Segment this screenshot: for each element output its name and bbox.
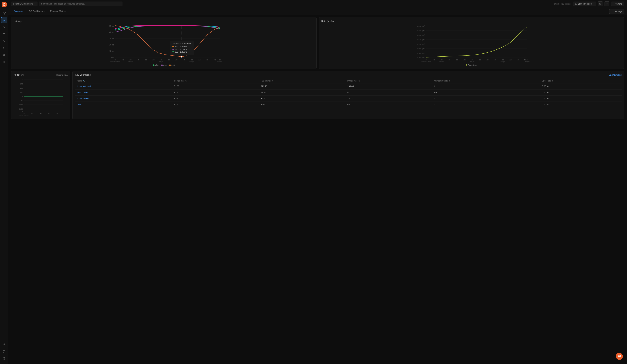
topbar-right: Refreshed 12 sec ago Last 5 minutes [553,1,624,6]
svg-text::30: :30 [114,59,116,61]
svg-text:50 ms: 50 ms [109,25,114,27]
operations-line [426,27,527,57]
calls-sort-icon[interactable]: ⇅ [449,80,450,82]
latency-chart-card: Latency ⋮ [11,17,317,69]
rate-chart-svg: 0.300 ops/s 0.280 ops/s 0.260 ops/s 0.24… [321,24,622,62]
svg-rect-122 [618,355,621,357]
sidebar-icon-integrations[interactable] [1,52,7,58]
tab-db-call-metrics[interactable]: DB Call Metrics [26,8,47,15]
svg-text::45: :45 [183,59,185,61]
svg-text:0.180 ops/s: 0.180 ops/s [417,52,425,54]
svg-text::45: :45 [152,59,155,61]
row-p99-documentLoad: 233.04 [346,83,432,90]
tooltip-dot [181,56,182,57]
svg-text:20 ms: 20 ms [109,44,114,46]
refresh-button[interactable] [598,1,603,6]
row-calls-post: 9 [432,102,540,108]
svg-point-11 [5,27,5,27]
environment-select[interactable]: Select Environment/s [11,1,37,6]
name-search-icon[interactable]: 🔍 [83,80,85,82]
table-row: POST 4.00 5.60 5.92 9 0.00 % [75,102,622,108]
svg-text::45: :45 [122,59,124,61]
apdex-title: Apdex [14,73,20,76]
svg-text::15: :15 [137,59,139,61]
latency-chart-menu[interactable]: ⋮ [312,19,314,23]
p50-sort-icon[interactable]: ⇅ [185,80,187,82]
p99-line [115,26,220,57]
settings-label: Settings [615,10,622,13]
sidebar-icon-traces[interactable] [1,24,7,30]
svg-text:0.240 ops/s: 0.240 ops/s [417,39,425,41]
table-body: documentLoad 51.35 211.20 233.04 4 0.00 … [75,83,622,108]
svg-text::15: :15 [448,59,450,61]
sidebar-icon-topology[interactable] [1,10,7,16]
p99-sort-icon[interactable]: ⇅ [359,80,360,82]
row-name-documentLoad[interactable]: documentLoad [75,83,172,90]
p50-legend-dot [153,64,155,66]
download-button[interactable]: Download [609,74,622,76]
share-button[interactable]: Share [611,1,624,6]
sidebar-icon-metrics[interactable] [1,17,7,23]
row-p95-resourceFetch: 78.64 [259,90,346,96]
table-row: documentLoad 51.35 211.20 233.04 4 0.00 … [75,83,622,90]
svg-text::45: :45 [214,59,216,61]
chat-icon [618,355,621,358]
sidebar-icon-logs[interactable] [1,31,7,37]
apdex-help-icon[interactable]: ? [21,74,24,76]
row-name-post[interactable]: POST [75,102,172,108]
svg-text:12/2/24 1:59pm: 12/2/24 1:59pm [110,61,120,62]
svg-text:0.750: 0.750 [19,100,23,102]
th-error-rate: Error Rate ⇅ [540,78,622,83]
sidebar-icon-workspace[interactable] [1,341,7,348]
svg-text:2:01pm: 2:01pm [159,61,163,62]
rate-legend: Operations [321,64,622,66]
p90-legend-label: p90 [163,64,166,66]
svg-point-17 [4,55,5,56]
top-charts-row: Latency ⋮ [11,17,624,69]
p95-sort-icon[interactable]: ⇅ [272,80,273,82]
svg-text:1.50: 1.50 [20,87,23,89]
svg-text::30: :30 [517,59,519,61]
sidebar-icon-filter[interactable] [1,38,7,44]
table-header: Name 🔍 P50 (in ms) ⇅ P95 (in ms) [75,78,622,83]
svg-point-16 [4,54,5,55]
th-p50: P50 (in ms) ⇅ [172,78,259,83]
svg-text:10 ms: 10 ms [109,50,114,52]
svg-text:2:03pm: 2:03pm [217,61,222,62]
apdex-title-row: Apdex ? [14,73,24,76]
svg-line-18 [4,54,4,55]
sidebar-icon-help[interactable] [1,355,7,362]
svg-text::00: :00 [160,59,162,61]
svg-text::45: :45 [523,59,526,61]
chat-bubble[interactable] [616,353,623,360]
svg-text::30: :30 [425,59,427,61]
svg-text:2:00pm: 2:00pm [439,61,444,62]
search-input[interactable] [39,1,122,6]
key-operations-table: Name 🔍 P50 (in ms) ⇅ P95 (in ms) [75,78,622,108]
bottom-charts-row: Apdex ? Threshold 0.5 [11,71,624,119]
tab-overview[interactable]: Overview [11,8,26,15]
more-options-button[interactable] [605,1,609,6]
main-content: Select Environment/s Refreshed 12 sec ag… [8,0,627,364]
tab-external-metrics[interactable]: External Metrics [47,8,69,15]
download-label: Download [612,74,622,76]
sidebar-icon-chat[interactable] [1,348,7,355]
svg-point-21 [4,344,5,345]
time-range-selector[interactable]: Last 5 minutes [573,1,596,6]
rate-chart-wrapper: 0.300 ops/s 0.280 ops/s 0.260 ops/s 0.24… [321,24,622,63]
p90-legend-dot [161,64,163,66]
apdex-chart-wrapper: 2 1.75 1.50 1.25 1 0.750 0.500 0.250 0 [14,78,68,117]
svg-text::00: :00 [191,59,193,61]
sidebar-icon-alerts[interactable] [1,45,7,51]
error-rate-sort-icon[interactable]: ⇅ [552,80,554,82]
latency-chart-title: Latency [14,20,314,22]
p99-legend-dot [169,64,171,66]
subnav-bar: Overview DB Call Metrics External Metric… [8,8,627,15]
settings-icon [612,10,614,12]
settings-button[interactable]: Settings [609,9,624,14]
latency-legend: p50 p90 p99 [14,64,314,66]
row-name-resourceFetch[interactable]: resourceFetch [75,90,172,96]
svg-text::30: :30 [486,59,489,61]
sidebar-icon-settings[interactable] [1,59,7,65]
row-name-documentFetch[interactable]: documentFetch [75,96,172,102]
